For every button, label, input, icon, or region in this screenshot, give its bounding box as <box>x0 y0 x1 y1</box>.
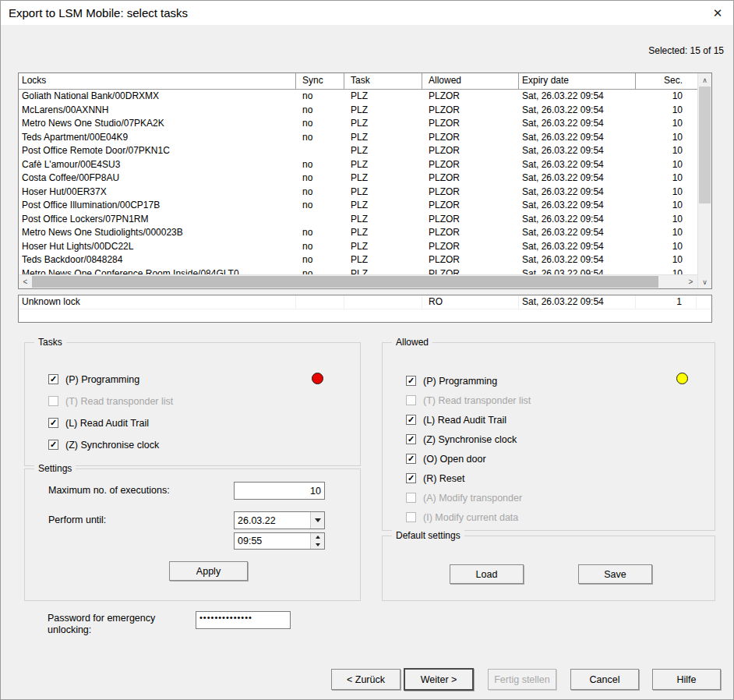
vertical-scrollbar[interactable]: ∧ ∨ <box>697 73 711 288</box>
default-settings-group-title: Default settings <box>392 530 464 541</box>
check-icon: ✓ <box>50 419 57 427</box>
back-button[interactable]: < Zurück <box>331 669 401 690</box>
allowed-checkbox-row: ✓ (Z) Synchronise clock <box>406 433 531 445</box>
checkbox[interactable]: ✓ <box>406 454 416 464</box>
help-button[interactable]: Hilfe <box>652 669 721 690</box>
expiry-date-cell: Sat, 26.03.22 09:54 <box>519 267 636 275</box>
finish-button: Fertig stellen <box>488 669 556 690</box>
allowed-checkbox-row: ✓ (R) Reset <box>406 472 531 484</box>
next-button[interactable]: Weiter > <box>404 668 474 691</box>
lock-name-cell: Goliath National Bank/00DRXMX <box>19 90 296 104</box>
expiry-date-cell: Sat, 26.03.22 09:54 <box>519 295 636 309</box>
column-header-task[interactable]: Task <box>344 73 422 89</box>
scroll-right-icon[interactable]: > <box>684 275 697 288</box>
table-row[interactable]: Cafè L'amour/00E4SU3 no PLZ PLZOR Sat, 2… <box>19 158 697 172</box>
lock-name-cell: Metro News One Conference Room Inside/08… <box>19 267 296 275</box>
default-settings-groupbox: Default settings Load Save <box>382 536 715 601</box>
checkbox[interactable]: ✓ <box>406 415 416 425</box>
triangle-up-icon <box>316 536 320 539</box>
sec-cell: 10 <box>636 226 697 240</box>
table-row[interactable]: Post Office Remote Door/07PKN1C PLZ PLZO… <box>19 144 697 158</box>
sync-cell <box>296 295 344 309</box>
checkbox[interactable]: ✓ <box>48 418 58 428</box>
check-icon: ✓ <box>408 435 415 444</box>
cancel-button[interactable]: Cancel <box>570 669 639 690</box>
column-header-sync[interactable]: Sync <box>296 73 344 89</box>
table-row[interactable]: Hoser Hut/00ER37X no PLZ PLZOR Sat, 26.0… <box>19 186 697 200</box>
allowed-cell: PLZOR <box>422 131 519 145</box>
horizontal-scroll-thumb[interactable] <box>32 276 658 288</box>
table-row[interactable]: Goliath National Bank/00DRXMX no PLZ PLZ… <box>19 90 697 104</box>
checkbox[interactable]: ✓ <box>406 434 416 444</box>
check-icon: ✓ <box>408 454 415 463</box>
perform-until-date-dropdown[interactable]: 26.03.22 <box>234 511 325 529</box>
task-cell: PLZ <box>344 253 422 267</box>
lock-name-cell: Post Office Lockers/07PN1RM <box>19 213 296 227</box>
max-executions-input[interactable]: 10 <box>234 482 325 500</box>
sync-cell: no <box>296 240 344 254</box>
allowed-cell: PLZOR <box>422 213 519 227</box>
dropdown-button[interactable] <box>310 512 324 529</box>
allowed-cell: PLZOR <box>422 104 519 118</box>
sync-cell: no <box>296 253 344 267</box>
column-header-expiry-date[interactable]: Expiry date <box>519 73 636 89</box>
checkbox[interactable]: ✓ <box>406 512 416 522</box>
perform-until-time-spinner[interactable]: 09:55 <box>234 532 325 550</box>
sec-cell: 10 <box>636 240 697 254</box>
checkbox-label: (T) Read transponder list <box>65 396 173 407</box>
apply-button[interactable]: Apply <box>169 561 248 581</box>
horizontal-scrollbar[interactable]: < > <box>19 274 697 288</box>
checkbox-label: (O) Open door <box>423 454 486 465</box>
close-icon[interactable]: ✕ <box>710 6 725 20</box>
vertical-scroll-thumb[interactable] <box>699 87 711 203</box>
sync-cell: no <box>296 104 344 118</box>
table-row[interactable]: Metro News One Studio/07PKA2K no PLZ PLZ… <box>19 117 697 131</box>
allowed-cell: PLZOR <box>422 158 519 172</box>
table-row[interactable]: Costa Coffee/00FP8AU no PLZ PLZOR Sat, 2… <box>19 171 697 186</box>
checkbox[interactable]: ✓ <box>406 376 416 386</box>
table-row[interactable]: Unknown lock RO Sat, 26.03.22 09:54 1 <box>19 295 711 309</box>
spin-up-button[interactable] <box>311 533 324 541</box>
checkbox[interactable]: ✓ <box>48 396 58 406</box>
chevron-down-icon <box>315 518 321 522</box>
checkbox[interactable]: ✓ <box>48 440 58 450</box>
column-header-sec[interactable]: Sec. <box>636 73 697 89</box>
locks-table-header: Locks Sync Task Allowed Expiry date Sec. <box>19 73 697 90</box>
emergency-password-input[interactable]: •••••••••••••• <box>196 611 291 629</box>
scroll-down-icon[interactable]: ∨ <box>698 275 711 288</box>
table-row[interactable]: Hoser Hut Lights/00DC22L no PLZ PLZOR Sa… <box>19 240 697 254</box>
tasks-groupbox: Tasks ✓ (P) Programming ✓ (T) Read trans… <box>24 342 361 466</box>
lock-name-cell: Costa Coffee/00FP8AU <box>19 171 296 186</box>
check-icon: ✓ <box>408 474 415 483</box>
horizontal-scroll-track[interactable] <box>32 275 684 288</box>
checkbox[interactable]: ✓ <box>48 374 58 384</box>
task-cell: PLZ <box>344 213 422 227</box>
checkbox[interactable]: ✓ <box>406 395 416 405</box>
table-row[interactable]: Metro News One Studiolights/000023B no P… <box>19 226 697 240</box>
column-header-locks[interactable]: Locks <box>19 73 296 89</box>
checkbox[interactable]: ✓ <box>406 493 416 503</box>
table-row[interactable]: Teds Apartment/00E04K9 no PLZ PLZOR Sat,… <box>19 131 697 145</box>
allowed-status-indicator-yellow <box>676 373 688 384</box>
table-row[interactable]: Metro News One Conference Room Inside/08… <box>19 267 697 275</box>
sec-cell: 10 <box>636 117 697 131</box>
lock-name-cell: Post Office Illumination/00CP17B <box>19 199 296 213</box>
checkbox[interactable]: ✓ <box>406 473 416 483</box>
table-row[interactable]: Post Office Lockers/07PN1RM PLZ PLZOR Sa… <box>19 213 697 227</box>
task-cell: PLZ <box>344 104 422 118</box>
scroll-up-icon[interactable]: ∧ <box>698 73 711 87</box>
task-cell: PLZ <box>344 158 422 172</box>
table-row[interactable]: Post Office Illumination/00CP17B no PLZ … <box>19 199 697 213</box>
load-button[interactable]: Load <box>450 564 524 584</box>
scroll-left-icon[interactable]: < <box>19 275 32 288</box>
allowed-checkbox-row: ✓ (T) Read transponder list <box>406 394 531 406</box>
vertical-scroll-track[interactable] <box>698 87 711 275</box>
expiry-date-cell: Sat, 26.03.22 09:54 <box>519 186 636 200</box>
spin-down-button[interactable] <box>311 541 324 549</box>
table-row[interactable]: McLarens/00AXNNH no PLZ PLZOR Sat, 26.03… <box>19 104 697 118</box>
task-cell: PLZ <box>344 267 422 275</box>
lock-name-cell: Hoser Hut/00ER37X <box>19 186 296 200</box>
save-button[interactable]: Save <box>578 564 652 584</box>
column-header-allowed[interactable]: Allowed <box>422 73 519 89</box>
table-row[interactable]: Teds Backdoor/0848284 no PLZ PLZOR Sat, … <box>19 253 697 267</box>
